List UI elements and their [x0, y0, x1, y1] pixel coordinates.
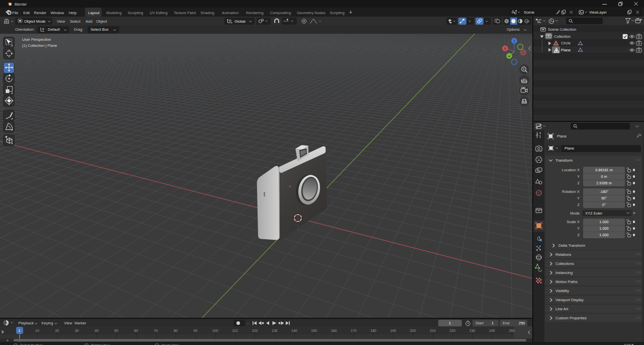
svg-text:X: X	[504, 46, 507, 51]
svg-text:Z: Z	[513, 39, 516, 43]
